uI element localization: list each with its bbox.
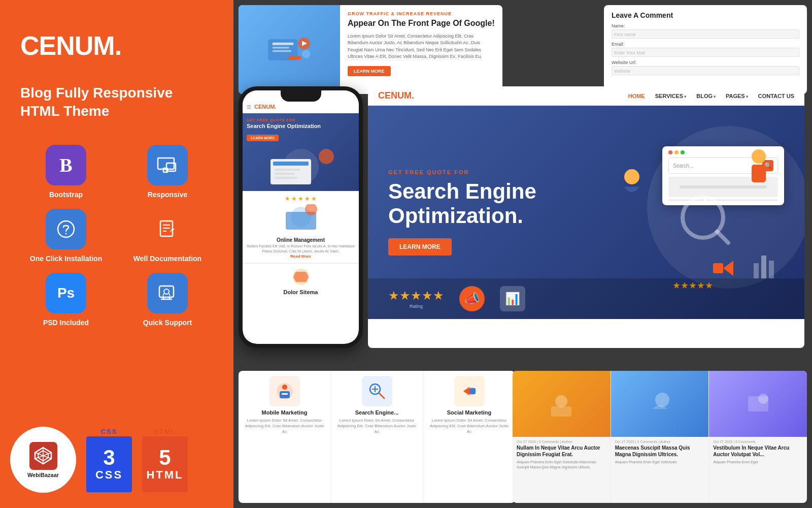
svg-rect-33	[275, 177, 297, 179]
left-panel: CENUM. Blog Fully Responsive HTML Theme …	[0, 0, 233, 508]
service-card-mobile: Mobile Marketing Lorem Ipsum Dolor Sit A…	[239, 371, 331, 503]
bottom-service-preview: Mobile Marketing Lorem Ipsum Dolor Sit A…	[239, 371, 515, 503]
svg-point-50	[282, 385, 287, 390]
social-marketing-icon	[459, 381, 480, 401]
css-badge: 3 CSS	[86, 436, 132, 492]
blog-post-1-text: Aliquam Pharetra Enim Eget Solicitudin M…	[513, 458, 611, 472]
phone-card-svg	[276, 204, 326, 232]
comment-form-preview: Leave A Comment Name: First name Email: …	[604, 5, 807, 94]
html-badge-container: HTML 5 HTML	[142, 428, 188, 492]
service-card-seo: Search Engine... Lorem Ipsum Dolor Sit A…	[331, 371, 423, 503]
email-input-preview: Enter Your Mail	[612, 48, 799, 57]
bootstrap-label: Bootstrap	[49, 190, 83, 199]
css-label-top: CSS	[101, 428, 118, 435]
features-grid: B Bootstrap Responsive	[20, 145, 213, 327]
phone-hero-tag: GET FREE QUOTE FOR	[247, 118, 355, 122]
blog-post-3-meta: Oct 27 2020 | 0 Comments	[709, 437, 807, 444]
blog-post-2-svg	[645, 389, 675, 419]
svg-point-42	[752, 149, 766, 164]
nav-blog[interactable]: BLOG▾	[696, 93, 716, 99]
css-number: 3	[103, 447, 115, 468]
bootstrap-icon-box: B	[46, 145, 86, 185]
svg-point-3	[58, 221, 74, 237]
blog-hero-illustration	[264, 29, 315, 70]
nav-home[interactable]: HOME	[628, 93, 645, 99]
stars-row: ★ ★ ★ ★ ★	[247, 195, 355, 202]
svg-rect-26	[288, 56, 301, 59]
svg-rect-47	[761, 256, 766, 278]
hero-btn[interactable]: LEARN MORE	[388, 238, 452, 256]
phone-screen: ☰ CENUM. GET FREE QUOTE FOR Search Engin…	[243, 90, 359, 344]
nav-services[interactable]: SERVICES▾	[655, 93, 686, 99]
seo-icon	[367, 381, 387, 401]
phone-hero-svg	[255, 146, 347, 187]
phone-card-link[interactable]: Read More	[247, 254, 355, 259]
blog-post-2-title: Maecenas Suscipit Massa Quis Magna Digni…	[611, 444, 709, 458]
oneclick-label: One Click Installation	[30, 255, 102, 263]
main-nav: CENUM. HOME SERVICES▾ BLOG▾ PAGES▾ CONTA…	[368, 86, 804, 106]
phone-brand-name: CENUM.	[254, 104, 276, 110]
social-card-title: Social Marketing	[447, 409, 491, 416]
phone-notch	[281, 90, 321, 102]
svg-point-61	[655, 393, 669, 407]
responsive-icon	[156, 154, 179, 176]
css-label: CSS	[95, 468, 123, 482]
svg-line-54	[379, 393, 384, 398]
html-badge: 5 HTML	[142, 436, 188, 492]
svg-rect-60	[551, 406, 571, 417]
right-panel: GROW TRAFFIC & INCREASE REVENUE Appear O…	[233, 0, 812, 508]
svg-point-30	[319, 149, 334, 164]
hero-content: GET FREE QUOTE FOR Search Engine Optimiz…	[388, 169, 784, 256]
webibazaar-icon	[33, 446, 53, 466]
brand-text: CENUM	[20, 31, 115, 60]
svg-rect-52	[282, 393, 288, 395]
feature-oneclick: One Click Installation	[20, 209, 112, 263]
svg-point-25	[302, 50, 311, 58]
svg-marker-38	[293, 272, 309, 282]
feature-documentation: Well Documentation	[122, 209, 213, 263]
documentation-icon-box	[147, 209, 188, 249]
feature-bootstrap: B Bootstrap	[20, 145, 112, 199]
phone-hero-illustration	[247, 146, 355, 187]
blog-post-3: Oct 27 2020 | 0 Comments Vestibulum In N…	[709, 371, 807, 503]
mobile-icon-box	[269, 376, 300, 406]
brand-dot: .	[115, 31, 121, 60]
feature-responsive: Responsive	[122, 145, 213, 199]
phone-bottom-svg	[281, 267, 321, 287]
webibazaar-icon-box	[29, 442, 57, 470]
svg-rect-58	[469, 388, 476, 394]
phone-hero: GET FREE QUOTE FOR Search Engine Optimiz…	[243, 113, 359, 191]
phone-bottom-section: Dolor Sitema	[243, 263, 359, 298]
oneclick-icon	[55, 218, 77, 240]
blog-post-1-title: Nullam In Neque Vitae Arcu Auctor Dignis…	[513, 444, 611, 458]
svg-rect-21	[273, 47, 289, 48]
blog-posts-preview: Oct 27 2020 | 0 Comments | Author Nullam…	[513, 371, 807, 503]
website-label: Website Url:	[612, 60, 799, 65]
bottom-logos: WebiBazaar CSS 3 CSS HTML 5 HTML	[0, 427, 233, 493]
main-brand-text: CENUM	[378, 90, 412, 101]
comment-website-field: Website Url: Website	[612, 60, 799, 75]
oneclick-icon-box	[46, 209, 86, 249]
hero-tag: GET FREE QUOTE FOR	[388, 169, 784, 175]
hero-icon-1: ★★★★★ Rating	[388, 289, 444, 309]
blog-text: Lorem Ipsum Dolor Sit Amet, Consectetur …	[348, 33, 495, 60]
webibazaar-text: WebiBazaar	[27, 472, 59, 478]
blog-learn-more-btn[interactable]: LEARN MORE	[348, 66, 391, 76]
documentation-label: Well Documentation	[133, 255, 201, 263]
phone-hero-btn[interactable]: LEARN MORE	[247, 135, 279, 141]
blog-post-1-meta: Oct 27 2020 | 0 Comments | Author	[513, 437, 611, 444]
hero-title-line2: Optimization.	[388, 204, 523, 228]
nav-contact[interactable]: CONTACT US	[758, 93, 794, 99]
phone-bottom-title: Dolor Sitema	[246, 289, 356, 295]
hero-icon-3: 📊	[500, 286, 525, 311]
svg-rect-29	[273, 162, 309, 166]
psd-icon-box: Ps	[46, 273, 86, 313]
blog-posts-grid: Oct 27 2020 | 0 Comments | Author Nullam…	[513, 371, 807, 503]
seo-card-title: Search Engine...	[355, 409, 399, 416]
nav-pages[interactable]: PAGES▾	[726, 93, 748, 99]
responsive-label: Responsive	[148, 190, 188, 199]
svg-rect-31	[275, 169, 300, 171]
main-nav-links: HOME SERVICES▾ BLOG▾ PAGES▾ CONTACT US	[628, 93, 794, 99]
support-icon-box	[147, 273, 188, 313]
mobile-card-text: Lorem Ipsum Dolor Sit Amet, Consectetur …	[244, 418, 325, 435]
